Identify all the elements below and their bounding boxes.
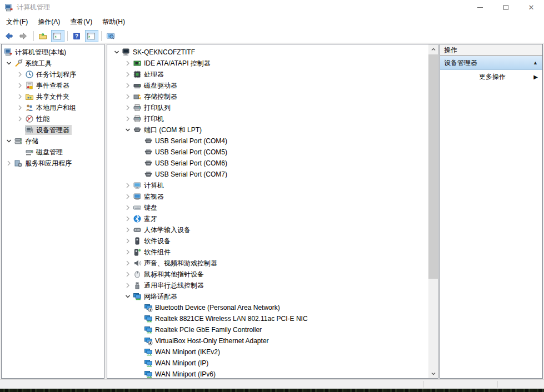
tree-item[interactable]: 打印队列 [107, 102, 428, 113]
tree-item[interactable]: USB Serial Port (COM7) [107, 169, 428, 180]
tree-item[interactable]: 设备管理器 [2, 124, 104, 135]
chevron-right-icon[interactable] [123, 259, 133, 268]
tree-item-content: 事件查看器 [25, 81, 72, 91]
tree-item[interactable]: WAN Miniport (IKEv2) [107, 346, 428, 358]
vertical-scrollbar[interactable] [428, 44, 438, 378]
tree-item-label: 软件设备 [143, 237, 173, 246]
menu-action[interactable]: 操作(A) [33, 15, 65, 29]
chevron-right-icon[interactable] [123, 237, 133, 245]
chevron-right-icon[interactable] [123, 203, 133, 212]
tree-item[interactable]: 端口 (COM 和 LPT) [107, 124, 428, 135]
tree-item[interactable]: 性能 [2, 113, 104, 124]
chevron-right-icon[interactable] [123, 181, 133, 190]
chevron-right-icon[interactable] [123, 225, 133, 234]
chevron-down-icon[interactable] [4, 59, 14, 68]
tree-item[interactable]: 磁盘驱动器 [107, 80, 428, 91]
hid-device-icon [133, 225, 143, 234]
tree-item[interactable]: 人体学输入设备 [107, 224, 428, 235]
tree-item[interactable]: 声音、视频和游戏控制器 [107, 258, 428, 269]
help-button[interactable]: ? [71, 30, 84, 42]
tree-item[interactable]: 事件查看器 [2, 80, 104, 91]
chevron-right-icon[interactable] [123, 248, 133, 257]
tree-item[interactable]: 计算机管理(本地) [2, 47, 104, 58]
maximize-button[interactable] [493, 0, 518, 15]
menu-file[interactable]: 文件(F) [1, 15, 33, 29]
tree-item[interactable]: 任务计划程序 [2, 69, 104, 80]
chevron-right-icon[interactable] [123, 114, 133, 123]
chevron-right-icon[interactable] [15, 92, 25, 101]
action-pane-toggle-button[interactable] [85, 30, 98, 42]
close-button[interactable]: ✕ [518, 0, 544, 15]
tree-item[interactable]: IDE ATA/ATAPI 控制器 [107, 58, 428, 69]
tree-item[interactable]: 服务和应用程序 [2, 158, 104, 169]
menu-view[interactable]: 查看(V) [65, 15, 97, 29]
chevron-right-icon[interactable] [15, 70, 25, 79]
tree-item[interactable]: 计算机 [107, 180, 428, 191]
tree-item[interactable]: 鼠标和其他指针设备 [107, 269, 428, 280]
console-tree-toggle-button[interactable] [51, 30, 64, 42]
tree-item[interactable]: WAN Miniport (IP) [107, 358, 428, 369]
chevron-right-icon[interactable] [123, 59, 133, 68]
tree-item[interactable]: 键盘 [107, 202, 428, 213]
tree-item-label: 软件组件 [143, 248, 173, 257]
tree-item[interactable]: 软件组件 [107, 247, 428, 258]
export-list-button[interactable] [37, 30, 50, 42]
tree-item[interactable]: Realtek 8821CE Wireless LAN 802.11ac PCI… [107, 313, 428, 324]
serial-port-icon [144, 148, 154, 157]
chevron-right-icon[interactable] [123, 281, 133, 290]
chevron-right-icon[interactable] [123, 103, 133, 112]
chevron-down-icon[interactable] [123, 125, 133, 134]
chevron-right-icon[interactable] [123, 70, 133, 79]
tree-item[interactable]: 处理器 [107, 69, 428, 80]
chevron-right-icon[interactable] [4, 159, 14, 168]
console-window-button[interactable] [104, 30, 118, 42]
chevron-right-icon[interactable] [123, 214, 133, 223]
tree-item-content: USB Serial Port (COM6) [144, 158, 229, 168]
tree-item[interactable]: Realtek PCIe GbE Family Controller [107, 324, 428, 335]
tree-item[interactable]: 存储控制器 [107, 91, 428, 102]
back-arrow-icon [4, 32, 14, 41]
minimize-button[interactable] [467, 0, 493, 15]
more-actions-item[interactable]: 更多操作 ▶ [440, 70, 542, 83]
chevron-down-icon[interactable] [112, 48, 122, 57]
chevron-right-icon[interactable] [123, 92, 133, 101]
tree-item[interactable]: WAN Miniport (IPv6) [107, 369, 428, 378]
tree-item[interactable]: 蓝牙 [107, 213, 428, 224]
chevron-right-icon[interactable] [15, 114, 25, 123]
chevron-right-icon[interactable] [123, 192, 133, 201]
chevron-right-icon[interactable] [123, 81, 133, 90]
chevron-down-icon[interactable] [4, 137, 14, 145]
chevron-right-icon[interactable] [15, 81, 25, 90]
chevron-right-icon[interactable] [15, 103, 25, 112]
tree-item[interactable]: 软件设备 [107, 235, 428, 247]
chevron-right-icon[interactable] [123, 270, 133, 279]
network-adapter-disabled-icon [144, 303, 154, 312]
tree-item[interactable]: 网络适配器 [107, 291, 428, 302]
forward-arrow-button[interactable] [17, 30, 31, 42]
menu-help[interactable]: 帮助(H) [97, 15, 130, 29]
scrollbar-up-button[interactable] [428, 44, 438, 54]
actions-section-header[interactable]: 设备管理器 ▲ [440, 56, 542, 70]
scrollbar-down-button[interactable] [428, 369, 438, 378]
tree-item[interactable]: 磁盘管理 [2, 147, 104, 158]
collapse-section-icon[interactable]: ▲ [533, 60, 538, 66]
tree-item[interactable]: Bluetooth Device (Personal Area Network) [107, 302, 428, 313]
chevron-down-icon[interactable] [123, 292, 133, 301]
scrollbar-thumb[interactable] [428, 54, 438, 279]
tree-item[interactable]: 通用串行总线控制器 [107, 280, 428, 291]
tree-item[interactable]: 存储 [2, 135, 104, 147]
tree-item-content: 任务计划程序 [25, 69, 78, 79]
tree-item[interactable]: USB Serial Port (COM5) [107, 147, 428, 158]
tree-item[interactable]: 打印机 [107, 113, 428, 124]
tree-item[interactable]: USB Serial Port (COM4) [107, 135, 428, 147]
tree-item-content: 声音、视频和游戏控制器 [133, 258, 219, 268]
tree-item[interactable]: 监视器 [107, 191, 428, 202]
tree-item[interactable]: 本地用户和组 [2, 102, 104, 113]
tree-item[interactable]: USB Serial Port (COM6) [107, 158, 428, 169]
tree-item[interactable]: SK-QEKNCOFZTITF [107, 47, 428, 58]
back-arrow-button[interactable] [3, 30, 16, 42]
tree-item-label: WAN Miniport (IPv6) [154, 370, 218, 378]
tree-item[interactable]: VirtualBox Host-Only Ethernet Adapter [107, 335, 428, 346]
tree-item[interactable]: 系统工具 [2, 58, 104, 69]
tree-item[interactable]: 共享文件夹 [2, 91, 104, 102]
